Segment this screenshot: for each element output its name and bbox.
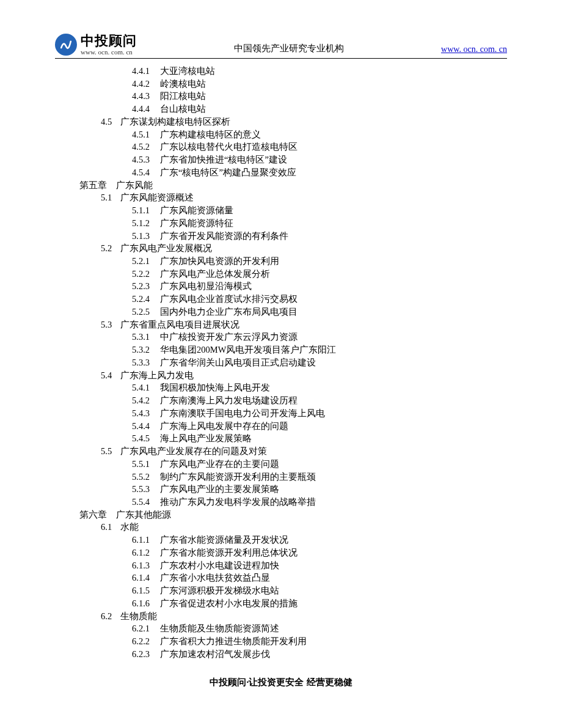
table-of-contents: 4.4.1大亚湾核电站4.4.2岭澳核电站4.4.3阳江核电站4.4.4台山核电… [55,65,507,661]
toc-title: 广东农村小水电建设进程加快 [160,561,279,570]
toc-title: 广东省小水电扶贫效益凸显 [160,573,270,583]
toc-title: 国内外电力企业广东布局风电项目 [160,307,297,317]
toc-number: 6.1.4 [132,572,160,584]
toc-title: 广东其他能源 [116,510,171,520]
toc-title: 岭澳核电站 [160,79,206,89]
toc-number: 5.4.5 [132,432,160,445]
toc-number: 5.2.5 [132,306,160,318]
toc-number: 5.5.3 [132,483,160,496]
toc-title: 广东风能资源储量 [160,205,233,215]
toc-entry: 6.1.1广东省水能资源储量及开发状况 [55,534,507,546]
toc-title: 广东以核电替代火电打造核电特区 [160,142,297,152]
toc-title: 广东南澳联手国电电力公司开发海上风电 [160,408,325,418]
toc-entry: 5.4.2广东南澳海上风力发电场建设历程 [55,394,507,407]
toc-number: 5.3.1 [132,331,160,344]
page-footer: 中投顾问·让投资更安全 经营更稳健 [55,677,507,688]
toc-number: 6.2.1 [132,622,160,635]
toc-entry: 4.4.3阳江核电站 [55,90,507,103]
toc-entry: 4.5.3广东省加快推进“核电特区”建设 [55,153,507,166]
toc-number: 6.2 [101,610,120,623]
toc-number: 5.1 [101,191,120,204]
toc-number: 5.5.2 [132,471,160,483]
toc-number: 第六章 [79,509,116,521]
toc-entry: 5.5.1广东风电产业存在的主要问题 [55,458,507,471]
toc-entry: 4.5.2广东以核电替代火电打造核电特区 [55,141,507,153]
toc-entry: 4.4.4台山核电站 [55,103,507,116]
toc-entry: 5.2.1广东加快风电资源的开发利用 [55,255,507,268]
toc-entry: 6.1.4广东省小水电扶贫效益凸显 [55,572,507,584]
toc-title: 广东省积大力推进生物质能开发利用 [160,636,307,646]
toc-number: 5.4 [101,369,120,382]
toc-number: 4.4.3 [132,90,160,103]
toc-title: 广东风电产业发展概况 [120,243,212,253]
toc-title: 制约广东风能资源开发利用的主要瓶颈 [160,472,316,482]
toc-number: 6.2.3 [132,648,160,661]
toc-title: 广东“核电特区”构建凸显聚变效应 [160,167,296,177]
logo-text: 中投顾问 www. ocn. com. cn [81,34,137,56]
toc-entry: 5.5.3广东风电产业的主要发展策略 [55,483,507,496]
toc-entry: 6.2.3广东加速农村沼气发展步伐 [55,648,507,661]
toc-number: 5.1.1 [132,204,160,217]
toc-entry: 5.3.3广东省华润关山风电项目正式启动建设 [55,356,507,369]
toc-entry: 5.5.4推动广东风力发电科学发展的战略举措 [55,496,507,509]
toc-entry: 5.2.2广东风电产业总体发展分析 [55,268,507,281]
header-link[interactable]: www. ocn. com. cn [441,45,507,56]
toc-title: 广东省加快推进“核电特区”建设 [160,155,287,164]
toc-entry: 6.1.3广东农村小水电建设进程加快 [55,559,507,572]
toc-number: 第五章 [79,179,116,192]
toc-entry: 6.1.2广东省水能资源开发利用总体状况 [55,546,507,559]
toc-entry: 5.3.2华电集团200MW风电开发项目落户广东阳江 [55,344,507,356]
toc-title: 广东风电产业总体发展分析 [160,269,270,279]
toc-title: 大亚湾核电站 [160,66,215,76]
toc-entry: 5.3广东省重点风电项目进展状况 [55,318,507,331]
toc-entry: 6.2生物质能 [55,610,507,623]
toc-title: 广东风能 [116,180,153,190]
toc-entry: 5.2.5国内外电力企业广东布局风电项目 [55,306,507,318]
toc-title: 广东风电初显沿海模式 [160,281,252,291]
toc-title: 广东省开发风能资源的有利条件 [160,231,288,241]
toc-number: 5.4.4 [132,420,160,433]
toc-entry: 5.4.3广东南澳联手国电电力公司开发海上风电 [55,407,507,420]
toc-title: 广东省重点风电项目进展状况 [120,320,239,329]
toc-title: 广东谋划构建核电特区探析 [120,117,230,127]
toc-number: 5.4.3 [132,407,160,420]
toc-entry: 5.5广东风电产业发展存在的问题及对策 [55,445,507,458]
logo: 中投顾问 www. ocn. com. cn [55,34,137,56]
toc-title: 水能 [120,522,139,532]
toc-title: 广东加速农村沼气发展步伐 [160,649,270,659]
toc-number: 5.5.4 [132,496,160,509]
toc-entry: 5.2.4广东风电企业首度试水排污交易权 [55,293,507,306]
toc-number: 4.4.1 [132,65,160,78]
toc-title: 广东风电产业的主要发展策略 [160,484,279,494]
toc-entry: 5.4.4广东海上风电发展中存在的问题 [55,420,507,433]
page-header: 中投顾问 www. ocn. com. cn 中国领先产业研究专业机构 www.… [55,34,507,59]
toc-entry: 4.4.2岭澳核电站 [55,78,507,90]
toc-number: 5.4.2 [132,394,160,407]
toc-title: 广东风电企业首度试水排污交易权 [160,294,297,304]
toc-title: 广东构建核电特区的意义 [160,130,261,139]
toc-entry: 4.5.4广东“核电特区”构建凸显聚变效应 [55,166,507,179]
toc-title: 阳江核电站 [160,91,206,101]
toc-title: 海上风电产业发展策略 [160,433,252,443]
toc-entry: 5.5.2制约广东风能资源开发利用的主要瓶颈 [55,471,507,483]
toc-number: 6.2.2 [132,635,160,648]
toc-entry: 5.1.3广东省开发风能资源的有利条件 [55,230,507,243]
toc-number: 4.5 [101,116,120,128]
toc-entry: 5.1.1广东风能资源储量 [55,204,507,217]
toc-entry: 4.5广东谋划构建核电特区探析 [55,116,507,128]
toc-number: 6.1.1 [132,534,160,546]
toc-entry: 5.4广东海上风力发电 [55,369,507,382]
toc-title: 广东河源积极开发梯级水电站 [160,586,279,595]
toc-number: 4.4.2 [132,78,160,90]
toc-title: 广东风电产业发展存在的问题及对策 [120,446,267,456]
toc-number: 5.4.1 [132,381,160,394]
toc-entry: 5.3.1中广核投资开发广东云浮风力资源 [55,331,507,344]
toc-title: 台山核电站 [160,104,206,114]
toc-title: 广东省华润关山风电项目正式启动建设 [160,358,316,367]
toc-title: 推动广东风力发电科学发展的战略举措 [160,497,316,507]
toc-title: 广东省水能资源储量及开发状况 [160,535,288,545]
toc-number: 5.3.2 [132,344,160,356]
toc-entry: 5.1.2广东风能资源特征 [55,217,507,230]
toc-title: 广东风能资源特征 [160,218,233,228]
toc-entry: 第六章广东其他能源 [55,509,507,521]
